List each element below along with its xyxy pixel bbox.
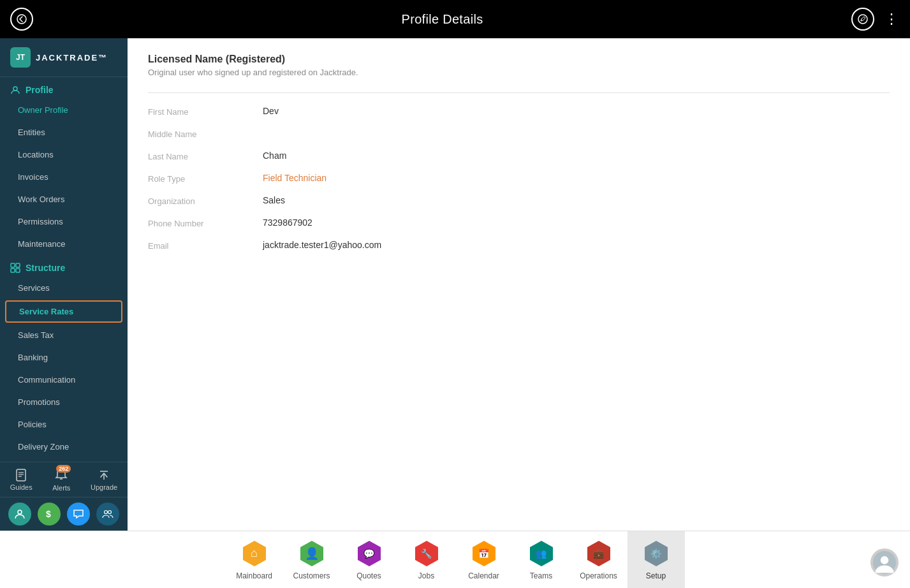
tab-operations-label: Operations (580, 571, 617, 580)
field-value-phone: 7329867902 (263, 217, 312, 228)
alerts-badge: 262 (56, 465, 71, 473)
sidebar-item-invoices[interactable]: Invoices (0, 166, 128, 188)
svg-point-17 (105, 511, 108, 514)
field-middle-name: Middle Name (148, 128, 890, 139)
sidebar-item-promotions[interactable]: Promotions (0, 391, 128, 413)
sidebar-item-work-orders[interactable]: Work Orders (0, 188, 128, 210)
tab-mainboard-label: Mainboard (236, 571, 272, 580)
logo-text: JACKTRADE™ (36, 53, 108, 62)
svg-rect-6 (11, 268, 15, 272)
sidebar-item-service-rates[interactable]: Service Rates (5, 300, 122, 323)
alerts-label: Alerts (52, 484, 70, 492)
field-value-organization: Sales (263, 195, 285, 205)
field-label-first-name: First Name (148, 106, 263, 117)
user-icon-group[interactable] (96, 503, 119, 526)
field-value-role-type: Field Technician (263, 173, 327, 183)
tab-calendar[interactable]: 📅 Calendar (455, 531, 513, 588)
sidebar-scroll: Profile Owner Profile Entities Locations… (0, 77, 128, 462)
user-icon-person[interactable] (8, 503, 31, 526)
operations-icon: 💼 (585, 540, 613, 568)
field-label-organization: Organization (148, 195, 263, 206)
jobs-icon: 🔧 (413, 540, 441, 568)
quotes-icon: 💬 (355, 540, 383, 568)
edit-button[interactable] (851, 8, 874, 31)
svg-point-3 (13, 87, 17, 91)
sidebar-user-row: $ (0, 497, 128, 531)
back-button[interactable] (10, 8, 33, 31)
sidebar-logo: JT JACKTRADE™ (0, 38, 128, 77)
field-last-name: Last Name Cham (148, 151, 890, 161)
user-icon-chat[interactable] (67, 503, 90, 526)
customers-icon: 👤 (298, 540, 326, 568)
user-icon-dollar[interactable]: $ (38, 503, 61, 526)
bottom-tabbar: ⌂ Mainboard 👤 Customers 💬 Quotes 🔧 (0, 531, 910, 588)
field-email: Email jacktrade.tester1@yahoo.com (148, 240, 890, 251)
sidebar-item-locations[interactable]: Locations (0, 143, 128, 166)
sidebar-item-owner-profile[interactable]: Owner Profile (0, 99, 128, 121)
tab-teams[interactable]: 👥 Teams (513, 531, 570, 588)
svg-point-0 (17, 15, 26, 24)
setup-icon: ⚙️ (642, 540, 670, 568)
svg-point-15 (18, 510, 22, 514)
tab-setup[interactable]: ⚙️ Setup (627, 531, 685, 588)
tab-quotes-label: Quotes (356, 571, 381, 580)
field-value-email: jacktrade.tester1@yahoo.com (263, 240, 381, 250)
user-avatar[interactable] (869, 547, 900, 578)
tab-calendar-label: Calendar (468, 571, 499, 580)
divider (148, 92, 890, 93)
sidebar-item-policies[interactable]: Policies (0, 413, 128, 436)
sidebar-item-sales-tax[interactable]: Sales Tax (0, 324, 128, 346)
guides-label: Guides (10, 483, 33, 491)
section-title: Licensed Name (Registered) (148, 54, 890, 65)
upgrade-label: Upgrade (91, 483, 117, 491)
field-organization: Organization Sales (148, 195, 890, 206)
tab-operations[interactable]: 💼 Operations (570, 531, 627, 588)
more-options-button[interactable]: ⋮ (884, 11, 900, 27)
field-phone: Phone Number 7329867902 (148, 217, 890, 228)
svg-point-18 (108, 511, 112, 514)
svg-point-1 (858, 15, 867, 24)
tab-setup-label: Setup (646, 571, 666, 580)
field-value-last-name: Cham (263, 151, 286, 161)
sidebar-item-permissions[interactable]: Permissions (0, 210, 128, 233)
tab-jobs-label: Jobs (418, 571, 434, 580)
sidebar-bottom-nav: Guides 262 Alerts Upgrade (0, 462, 128, 497)
field-label-phone: Phone Number (148, 217, 263, 228)
sidebar-item-communication[interactable]: Communication (0, 369, 128, 391)
tab-customers[interactable]: 👤 Customers (283, 531, 341, 588)
header-actions: ⋮ (851, 8, 900, 31)
sidebar-item-banking[interactable]: Banking (0, 346, 128, 369)
sidebar-item-services[interactable]: Services (0, 277, 128, 299)
field-label-role-type: Role Type (148, 173, 263, 184)
field-role-type: Role Type Field Technician (148, 173, 890, 184)
svg-rect-7 (16, 268, 20, 272)
sidebar: JT JACKTRADE™ Profile Owner Profile Enti… (0, 38, 128, 531)
tab-quotes[interactable]: 💬 Quotes (341, 531, 398, 588)
tab-teams-label: Teams (530, 571, 552, 580)
content-area: Licensed Name (Registered) Original user… (128, 38, 910, 531)
svg-rect-8 (17, 469, 26, 481)
mainboard-icon: ⌂ (240, 540, 268, 568)
alerts-button[interactable]: 262 Alerts (52, 467, 70, 492)
field-first-name: First Name Dev (148, 106, 890, 117)
field-value-first-name: Dev (263, 106, 279, 116)
field-label-middle-name: Middle Name (148, 128, 263, 139)
tab-jobs[interactable]: 🔧 Jobs (398, 531, 455, 588)
calendar-icon: 📅 (470, 540, 498, 568)
svg-point-28 (881, 556, 889, 564)
sidebar-section-profile: Profile (0, 77, 128, 99)
section-subtitle: Original user who signed up and register… (148, 68, 890, 77)
svg-text:$: $ (46, 509, 51, 519)
svg-rect-5 (16, 263, 20, 267)
teams-icon: 👥 (527, 540, 555, 568)
tab-customers-label: Customers (293, 571, 330, 580)
top-header: Profile Details ⋮ (0, 0, 910, 38)
upgrade-button[interactable]: Upgrade (91, 468, 117, 491)
sidebar-item-maintenance[interactable]: Maintenance (0, 233, 128, 255)
svg-rect-4 (11, 263, 15, 267)
sidebar-item-delivery-zone[interactable]: Delivery Zone (0, 436, 128, 458)
tab-mainboard[interactable]: ⌂ Mainboard (226, 531, 283, 588)
field-label-last-name: Last Name (148, 151, 263, 161)
sidebar-item-entities[interactable]: Entities (0, 121, 128, 143)
guides-button[interactable]: Guides (10, 468, 33, 491)
